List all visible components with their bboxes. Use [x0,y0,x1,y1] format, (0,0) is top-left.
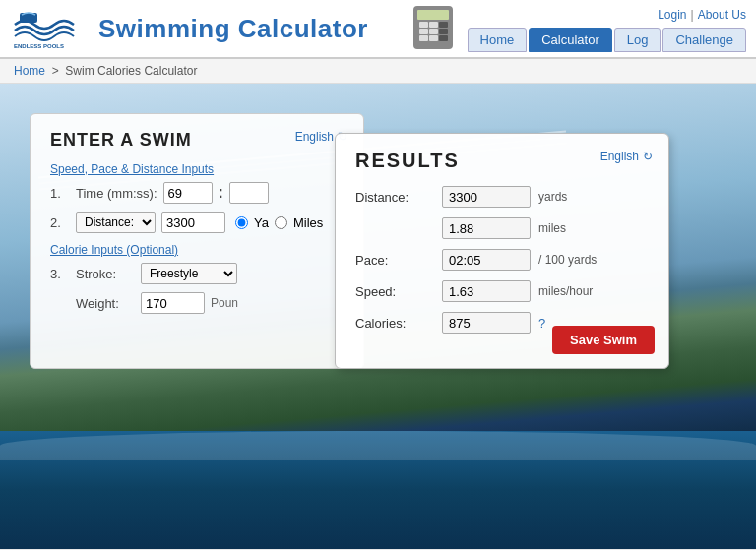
site-title: Swimming Calculator [98,14,368,43]
calc-btn [439,22,448,28]
calculator-icon [413,6,453,49]
panels: ENTER A SWIM English ↻ Speed, Pace & Dis… [30,113,746,369]
miles-radio[interactable] [275,216,287,229]
calc-btn [429,35,438,41]
weight-row: Weight: Poun [50,292,344,314]
distance-type-select[interactable]: Distance: Pace: Speed: [76,212,156,233]
breadcrumb-current: Swim Calories Calculator [65,64,197,78]
speed-pace-label[interactable]: Speed, Pace & Distance Inputs [50,162,344,176]
about-us-link[interactable]: About Us [698,8,746,22]
header: ENDLESS POOLS Swimming Calculator Login [0,0,756,59]
unit-radio-group: Ya Miles [235,215,323,230]
pace-unit: / 100 yards [538,253,597,267]
stroke-select[interactable]: Freestyle Backstroke Breaststroke Butter… [141,263,237,284]
distance-yards-unit: yards [538,190,567,204]
time-input-mm[interactable] [163,182,213,204]
logo-area: ENDLESS POOLS [10,7,89,50]
speed-result[interactable] [442,280,531,302]
yards-label: Ya [254,215,269,230]
yards-radio[interactable] [235,216,248,229]
endless-pools-logo: ENDLESS POOLS [10,7,89,50]
calorie-inputs-label[interactable]: Calorie Inputs (Optional) [50,243,344,257]
stroke-row: 3. Stroke: Freestyle Backstroke Breastst… [50,263,344,284]
pace-result[interactable] [442,249,531,271]
speed-unit: miles/hour [538,284,593,298]
enter-swim-lang-label: English [295,130,334,144]
tab-home[interactable]: Home [468,28,528,52]
breadcrumb-home[interactable]: Home [14,64,45,78]
time-label: Time (mm:ss): [76,186,158,201]
distance-miles-result[interactable] [442,217,531,239]
distance-row: 2. Distance: Pace: Speed: Ya Miles [50,212,344,233]
distance-yards-row: Distance: yards [355,186,649,208]
distance-result-label: Distance: [355,190,434,205]
distance-row-num: 2. [50,215,70,230]
login-link[interactable]: Login [658,8,686,22]
calc-btn [419,29,428,34]
pace-result-label: Pace: [355,253,434,268]
miles-label: Miles [293,215,323,230]
breadcrumb: Home > Swim Calories Calculator [0,59,756,84]
weight-unit: Poun [211,296,238,310]
calc-btn [419,22,428,28]
time-row: 1. Time (mm:ss): : [50,182,344,204]
nav-tabs: Home Calculator Log Challenge [468,28,746,52]
svg-text:ENDLESS POOLS: ENDLESS POOLS [14,43,64,49]
distance-yards-result[interactable] [442,186,531,208]
top-links: Login | About Us [658,8,746,22]
water-area [0,431,756,549]
separator: | [691,8,694,22]
calories-info-link[interactable]: ? [538,316,545,331]
calc-screen [417,10,449,20]
top-right: Login | About Us Home Calculator Log Cha… [468,8,746,52]
calc-btn [439,29,448,34]
tab-calculator[interactable]: Calculator [529,28,612,52]
tab-challenge[interactable]: Challenge [662,28,746,52]
calc-btn [429,22,438,28]
speed-result-label: Speed: [355,284,434,299]
results-lang-label: English [600,150,639,163]
stroke-row-num: 3. [50,267,70,281]
distance-input[interactable] [161,212,225,233]
enter-swim-panel: ENTER A SWIM English ↻ Speed, Pace & Dis… [30,113,364,369]
calc-btn [419,35,428,41]
save-swim-button[interactable]: Save Swim [552,326,655,354]
results-panel: RESULTS English ↻ Distance: yards miles … [335,133,669,369]
calories-result-label: Calories: [355,316,434,331]
calc-buttons [419,22,448,41]
weight-label: Weight: [76,296,135,311]
calories-result[interactable] [442,312,531,334]
time-input-ss[interactable] [229,182,269,204]
time-separator: : [219,184,223,202]
tab-log[interactable]: Log [614,28,662,52]
distance-miles-row: miles [355,217,649,239]
time-row-num: 1. [50,186,70,201]
main-area: ENTER A SWIM English ↻ Speed, Pace & Dis… [0,84,756,549]
refresh-icon-results: ↻ [643,150,653,163]
speed-row: Speed: miles/hour [355,280,649,302]
pace-row: Pace: / 100 yards [355,249,649,271]
weight-input[interactable] [141,292,205,314]
distance-miles-unit: miles [538,221,566,235]
calc-btn [429,29,438,34]
site-title-area: Swimming Calculator [98,14,368,44]
results-language[interactable]: English ↻ [600,150,653,163]
calc-btn [439,35,448,41]
stroke-label: Stroke: [76,267,135,281]
